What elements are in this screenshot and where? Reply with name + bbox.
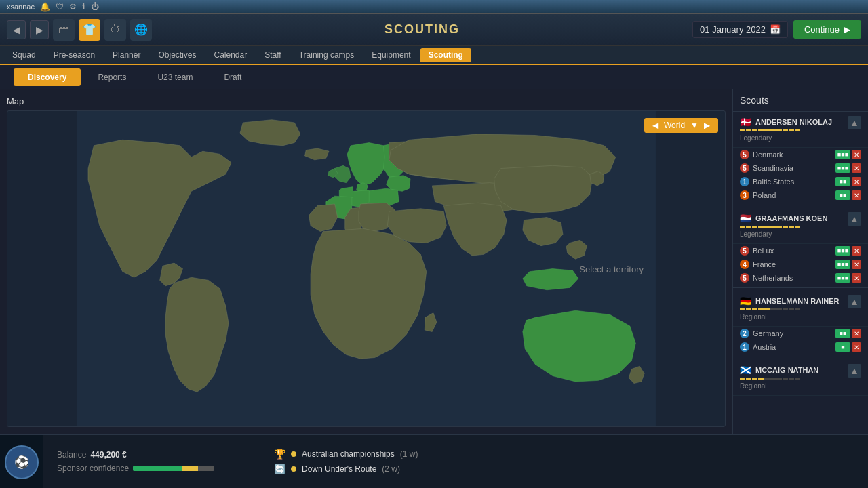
confidence-label: Sponsor confidence (57, 464, 129, 473)
chevron-left-icon: ◀ (652, 121, 658, 130)
conf-green-fill (133, 466, 182, 471)
action-scandinavia-green[interactable]: ■■■ (835, 163, 850, 173)
scout-rating-andersen: Legendary (740, 134, 861, 142)
arrow-right-icon: ▶ (844, 24, 850, 35)
num-france: 4 (740, 260, 749, 269)
action-scandinavia-red[interactable]: ✕ (852, 163, 861, 173)
subtab-draft[interactable]: Draft (210, 68, 256, 86)
event-row-2: 🔄 Down Under's Route (2 w) (274, 464, 854, 474)
bell-icon[interactable]: 🔔 (40, 2, 50, 12)
num-denmark: 5 (740, 150, 749, 159)
action-belux-red[interactable]: ✕ (852, 246, 861, 256)
tab-squad[interactable]: Squad (4, 48, 44, 62)
event-row-1: 🏆 Australian championships (1 w) (274, 449, 854, 460)
scout-stars-mccaig (740, 378, 861, 380)
scout-andersen: 🇩🇰 ANDERSEN NIKOLAJ ▲ Legendary (733, 112, 868, 148)
map-section: Map ◀ World ▼ ▶ Select a territory (0, 89, 732, 434)
select-territory-hint: Select a territory (579, 264, 644, 274)
tab-equipment[interactable]: Equipment (363, 48, 418, 62)
scout-mccaig: 🏴󠁧󠁢󠁳󠁣󠁴󠁿 MCCAIG NATHAN ▲ Regional (733, 360, 868, 396)
subtab-reports[interactable]: Reports (83, 68, 140, 86)
action-france-red[interactable]: ✕ (852, 260, 861, 269)
scout-graafmans: 🇳🇱 GRAAFMANS KOEN ▲ Legendary (733, 208, 868, 244)
territory-poland: Poland (753, 191, 776, 199)
nav-tabs: Squad Pre-season Planner Objectives Cale… (0, 46, 868, 65)
calendar-icon[interactable]: 📅 (770, 24, 781, 35)
back-button[interactable]: ◀ (7, 20, 26, 39)
num-netherlands: 5 (740, 273, 749, 283)
collapse-andersen[interactable]: ▲ (848, 116, 861, 129)
balance-value: 449,200 € (90, 450, 126, 460)
territory-row-poland: 3 Poland ■■ ✕ (733, 188, 868, 202)
territory-row-netherlands: 5 Netherlands ■■■ ✕ (733, 271, 868, 285)
power-icon[interactable]: ⏻ (91, 2, 99, 12)
territory-belux: BeLux (753, 247, 774, 255)
date-text: 01 January 2022 (700, 24, 766, 35)
scout-stars-andersen (740, 129, 861, 131)
collapse-mccaig[interactable]: ▲ (848, 364, 861, 378)
num-belux: 5 (740, 246, 749, 256)
subtab-discovery[interactable]: Discovery (14, 68, 81, 86)
scouts-panel: Scouts 🇩🇰 ANDERSEN NIKOLAJ ▲ Legendary (732, 89, 868, 434)
main-area: Map ◀ World ▼ ▶ Select a territory (0, 89, 868, 434)
event-time-1: (1 w) (400, 449, 418, 459)
tab-preseason[interactable]: Pre-season (45, 48, 103, 62)
action-denmark-green[interactable]: ■■■ (835, 150, 850, 159)
flag-nl: 🇳🇱 (740, 213, 751, 224)
page-title: SCOUTING (384, 22, 460, 37)
action-netherlands-green[interactable]: ■■■ (835, 273, 850, 283)
tab-staff[interactable]: Staff (256, 48, 289, 62)
action-poland-red[interactable]: ✕ (852, 190, 861, 200)
map-container[interactable]: ◀ World ▼ ▶ Select a territory (7, 110, 726, 427)
action-germany-red[interactable]: ✕ (852, 329, 861, 338)
header-right: 01 January 2022 📅 Continue ▶ (692, 20, 861, 39)
tab-calendar[interactable]: Calendar (205, 48, 255, 62)
num-austria: 1 (740, 342, 749, 352)
territory-austria: Austria (753, 343, 776, 351)
scouts-title: Scouts (733, 95, 868, 112)
action-netherlands-red[interactable]: ✕ (852, 273, 861, 283)
region-selector[interactable]: ◀ World ▼ ▶ (644, 118, 718, 133)
tab-objectives[interactable]: Objectives (150, 48, 204, 62)
continue-button[interactable]: Continue ▶ (793, 20, 861, 39)
territory-netherlands: Netherlands (753, 274, 793, 282)
action-belux-green[interactable]: ■■■ (835, 246, 850, 256)
territory-germany: Germany (753, 329, 783, 338)
territory-row-austria: 1 Austria ■ ✕ (733, 340, 868, 354)
action-germany-green[interactable]: ■■ (835, 329, 850, 338)
territory-denmark: Denmark (753, 150, 783, 159)
action-austria-green[interactable]: ■ (835, 342, 850, 352)
tab-scouting[interactable]: Scouting (420, 48, 471, 62)
balance-label: Balance (57, 450, 86, 460)
collapse-graafmans[interactable]: ▲ (848, 212, 861, 226)
forward-button[interactable]: ▶ (30, 20, 49, 39)
collapse-hanselmann[interactable]: ▲ (848, 295, 861, 308)
gear-icon[interactable]: ⚙ (69, 2, 77, 12)
balance-row: Balance 449,200 € (57, 450, 246, 460)
subtabs: Discovery Reports U23 team Draft (0, 65, 868, 89)
conf-gray-fill (198, 466, 214, 471)
clock-icon[interactable]: ⏱ (104, 19, 126, 41)
region-label: World (664, 121, 685, 130)
topbar: xsannac 🔔 🛡 ⚙ ℹ ⏻ (0, 0, 868, 14)
info-icon[interactable]: ℹ (82, 2, 85, 12)
team-icon-btn[interactable]: 👕 (79, 19, 100, 41)
action-baltic-green[interactable]: ■■ (835, 177, 850, 186)
header-left: ◀ ▶ 🗃 👕 ⏱ 🌐 (7, 19, 152, 41)
team-logo: ⚽ (0, 435, 43, 488)
date-display: 01 January 2022 📅 (692, 21, 788, 38)
briefcase-icon[interactable]: 🗃 (53, 19, 75, 41)
confidence-bar (133, 466, 214, 471)
shield-icon[interactable]: 🛡 (56, 2, 64, 12)
tab-planner[interactable]: Planner (104, 48, 149, 62)
territory-row-scandinavia: 5 Scandinavia ■■■ ✕ (733, 161, 868, 175)
action-austria-red[interactable]: ✕ (852, 342, 861, 352)
tab-training-camps[interactable]: Training camps (291, 48, 363, 62)
action-baltic-red[interactable]: ✕ (852, 177, 861, 186)
scout-name-andersen: 🇩🇰 ANDERSEN NIKOLAJ (740, 117, 832, 127)
action-poland-green[interactable]: ■■ (835, 190, 850, 200)
subtab-u23[interactable]: U23 team (143, 68, 207, 86)
world-icon[interactable]: 🌐 (130, 19, 152, 41)
action-denmark-red[interactable]: ✕ (852, 150, 861, 159)
action-france-green[interactable]: ■■■ (835, 260, 850, 269)
